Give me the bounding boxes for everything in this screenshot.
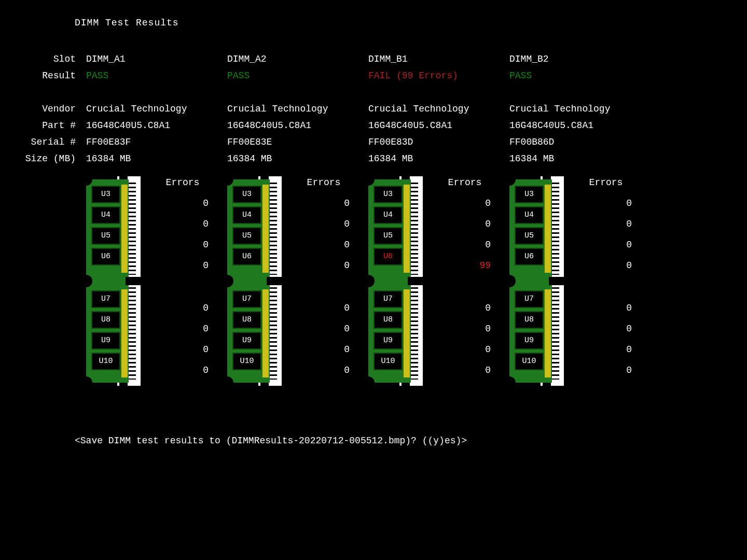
chip-error-count: 0 <box>157 193 209 214</box>
chip-error-count: 0 <box>580 318 632 339</box>
dimm-chip: U7 <box>374 290 403 308</box>
dimm-chip: U8 <box>515 311 544 329</box>
chip-error-count: 0 <box>157 214 209 234</box>
page-title: DIMM Test Results <box>75 18 179 28</box>
chip-error-count: 0 <box>298 214 350 234</box>
dimm-block: U3U4U5U6U7U8U9U10Errors00000000 <box>86 177 224 385</box>
errors-header: Errors <box>298 177 350 193</box>
dimm-chip: U4 <box>91 206 120 224</box>
dimm-chip: U7 <box>515 290 544 308</box>
dimm-chip: U8 <box>91 311 120 329</box>
dimm-part: 16G48C40U5.C8A1 <box>227 117 365 134</box>
dimm-column: DIMM_B2PASSCrucial Technology16G48C40U5.… <box>506 51 647 385</box>
dimm-column: DIMM_A1PASSCrucial Technology16G48C40U5.… <box>83 51 224 385</box>
dimm-part: 16G48C40U5.C8A1 <box>368 117 506 134</box>
label-result: Result <box>0 67 83 84</box>
chip-error-count: 0 <box>580 234 632 255</box>
chip-error-count: 0 <box>298 360 350 381</box>
chip-error-count: 0 <box>298 234 350 255</box>
dimm-size: 16384 MB <box>227 150 365 167</box>
dimm-chip: U10 <box>91 353 120 370</box>
label-slot: Slot <box>0 51 83 67</box>
dimm-chip: U3 <box>91 186 120 203</box>
dimm-chip: U5 <box>515 227 544 245</box>
dimm-serial: FF00E83F <box>86 134 224 150</box>
chip-error-count: 0 <box>580 360 632 381</box>
chip-error-count: 0 <box>580 214 632 234</box>
dimm-chip: U7 <box>91 290 120 308</box>
dimm-graphic: U3U4U5U6U7U8U9U10 <box>509 177 568 385</box>
chip-error-count: 0 <box>439 193 491 214</box>
chip-error-count: 0 <box>439 234 491 255</box>
dimm-block: U3U4U5U6U7U8U9U10Errors00000000 <box>509 177 647 385</box>
chip-error-count: 0 <box>298 193 350 214</box>
errors-header: Errors <box>157 177 209 193</box>
chip-error-count: 99 <box>439 255 491 276</box>
errors-column: Errors00000000 <box>580 177 632 381</box>
dimm-vendor: Crucial Technology <box>368 101 506 117</box>
dimm-column: DIMM_B1FAIL (99 Errors)Crucial Technolog… <box>365 51 506 385</box>
chip-error-count: 0 <box>580 193 632 214</box>
dimm-slot: DIMM_A1 <box>86 51 224 67</box>
dimm-chip: U10 <box>232 353 261 370</box>
errors-header: Errors <box>580 177 632 193</box>
dimm-result: PASS <box>227 67 365 84</box>
chip-error-count: 0 <box>157 339 209 360</box>
dimm-block: U3U4U5U6U7U8U9U10Errors000990000 <box>368 177 506 385</box>
errors-column: Errors00000000 <box>157 177 209 381</box>
chip-error-count: 0 <box>157 298 209 318</box>
chip-error-count: 0 <box>439 360 491 381</box>
dimm-chip: U9 <box>374 332 403 349</box>
dimm-chip: U5 <box>91 227 120 245</box>
chip-error-count: 0 <box>298 318 350 339</box>
dimm-chip: U10 <box>374 353 403 370</box>
chip-error-count: 0 <box>298 298 350 318</box>
dimm-serial: FF00B86D <box>509 134 647 150</box>
chip-error-count: 0 <box>580 255 632 276</box>
row-labels: Slot Result Vendor Part # Serial # Size … <box>0 51 83 167</box>
dimm-chip: U6 <box>91 248 120 265</box>
chip-error-count: 0 <box>439 318 491 339</box>
save-prompt[interactable]: <Save DIMM test results to (DIMMResults-… <box>75 436 467 446</box>
chip-error-count: 0 <box>157 255 209 276</box>
dimm-chip: U9 <box>515 332 544 349</box>
chip-error-count: 0 <box>157 234 209 255</box>
chip-error-count: 0 <box>439 298 491 318</box>
dimm-chip: U5 <box>374 227 403 245</box>
dimm-serial: FF00E83E <box>227 134 365 150</box>
dimm-test-results-screen: DIMM Test Results Slot Result Vendor Par… <box>0 0 747 560</box>
dimm-vendor: Crucial Technology <box>86 101 224 117</box>
label-part: Part # <box>0 117 83 134</box>
chip-error-count: 0 <box>439 214 491 234</box>
dimm-chip: U5 <box>232 227 261 245</box>
dimm-chip: U6 <box>515 248 544 265</box>
chip-error-count: 0 <box>157 318 209 339</box>
dimm-chip: U3 <box>374 186 403 203</box>
dimm-size: 16384 MB <box>368 150 506 167</box>
dimm-block: U3U4U5U6U7U8U9U10Errors00000000 <box>227 177 365 385</box>
dimm-serial: FF00E83D <box>368 134 506 150</box>
dimm-chip: U9 <box>91 332 120 349</box>
dimm-chip: U4 <box>374 206 403 224</box>
chip-error-count: 0 <box>439 339 491 360</box>
chip-error-count: 0 <box>157 360 209 381</box>
dimm-column: DIMM_A2PASSCrucial Technology16G48C40U5.… <box>224 51 365 385</box>
dimm-slot: DIMM_B1 <box>368 51 506 67</box>
dimm-slot: DIMM_B2 <box>509 51 647 67</box>
dimm-part: 16G48C40U5.C8A1 <box>509 117 647 134</box>
dimm-chip: U7 <box>232 290 261 308</box>
dimm-chip: U8 <box>374 311 403 329</box>
dimm-chip: U3 <box>232 186 261 203</box>
errors-header: Errors <box>439 177 491 193</box>
dimm-vendor: Crucial Technology <box>509 101 647 117</box>
dimm-chip: U4 <box>232 206 261 224</box>
dimm-result: FAIL (99 Errors) <box>368 67 506 84</box>
dimm-chip: U3 <box>515 186 544 203</box>
label-size: Size (MB) <box>0 150 83 167</box>
errors-column: Errors000990000 <box>439 177 491 381</box>
dimm-chip: U8 <box>232 311 261 329</box>
chip-error-count: 0 <box>298 255 350 276</box>
dimm-chip: U9 <box>232 332 261 349</box>
dimm-vendor: Crucial Technology <box>227 101 365 117</box>
dimm-size: 16384 MB <box>509 150 647 167</box>
